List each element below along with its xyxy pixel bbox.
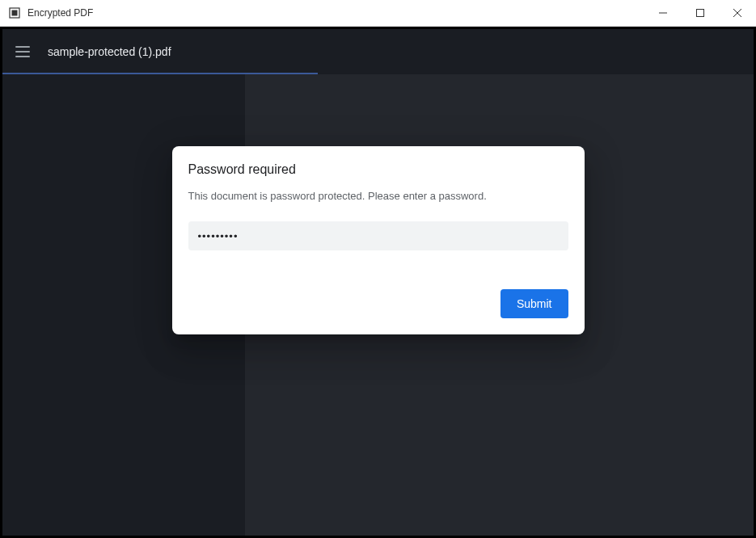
password-dialog: Password required This document is passw… — [172, 146, 585, 334]
dialog-title: Password required — [188, 162, 568, 177]
close-button[interactable] — [719, 0, 756, 26]
close-icon — [733, 9, 741, 17]
minimize-icon — [659, 9, 667, 17]
submit-button[interactable]: Submit — [500, 289, 568, 318]
maximize-icon — [696, 9, 704, 17]
app-icon — [8, 6, 21, 19]
dialog-footer: Submit — [188, 289, 568, 318]
titlebar: Encrypted PDF — [0, 0, 756, 27]
window-controls — [644, 0, 756, 26]
svg-rect-3 — [697, 10, 704, 17]
dialog-description: This document is password protected. Ple… — [188, 190, 568, 202]
app-window: Encrypted PDF — [0, 0, 756, 538]
titlebar-left: Encrypted PDF — [0, 6, 93, 19]
app-inner: sample-protected (1).pdf Password requir… — [2, 29, 754, 536]
window-title: Encrypted PDF — [27, 7, 93, 19]
password-input[interactable] — [188, 221, 568, 250]
app-frame: sample-protected (1).pdf Password requir… — [0, 27, 756, 538]
modal-overlay: Password required This document is passw… — [2, 29, 754, 536]
minimize-button[interactable] — [644, 0, 682, 26]
svg-rect-1 — [12, 11, 18, 16]
maximize-button[interactable] — [682, 0, 719, 26]
